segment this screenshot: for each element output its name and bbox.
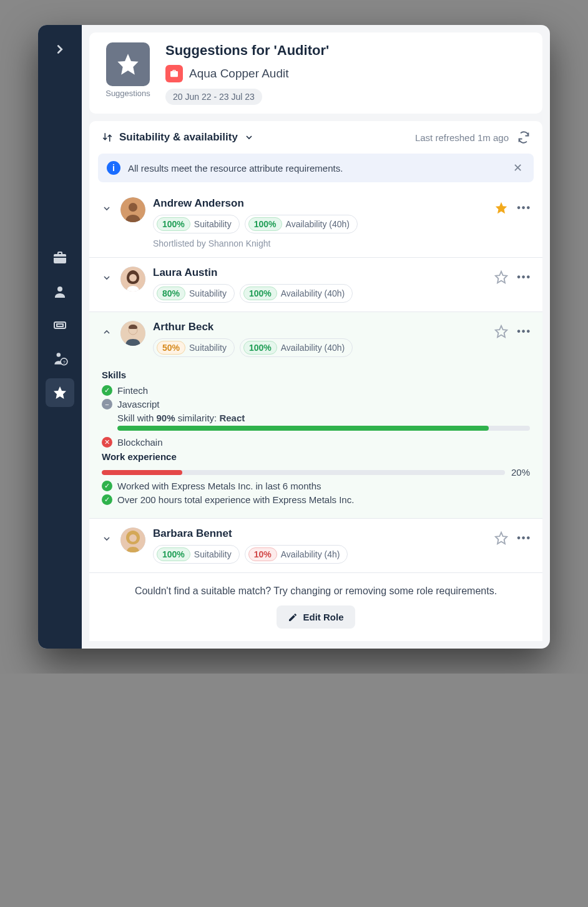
- skill-item: ✕Blockchain: [102, 437, 530, 448]
- info-text: All results meet the resource attribute …: [128, 163, 503, 174]
- expand-toggle[interactable]: [100, 321, 113, 337]
- footer: Couldn't find a suitable match? Try chan…: [89, 572, 542, 641]
- svg-point-0: [57, 287, 62, 292]
- suitability-badge: 100%Suitability: [153, 545, 240, 564]
- svg-marker-13: [496, 272, 507, 283]
- star-button[interactable]: [494, 531, 508, 545]
- svg-marker-10: [496, 202, 507, 213]
- sidebar-item-person[interactable]: [46, 277, 74, 306]
- sidebar: ?: [38, 25, 82, 649]
- sidebar-expand[interactable]: [46, 35, 74, 64]
- chevron-down-icon: [244, 132, 254, 142]
- page-title: Suggestions for 'Auditor': [165, 42, 329, 59]
- sort-label: Suitability & availability: [119, 131, 238, 144]
- footer-text: Couldn't find a suitable match? Try chan…: [102, 586, 530, 597]
- suitability-badge: 50%Suitability: [153, 338, 235, 357]
- sort-dropdown[interactable]: Suitability & availability: [102, 131, 254, 144]
- info-banner: i All results meet the resource attribut…: [98, 154, 534, 182]
- project-name: Aqua Copper Audit: [189, 67, 289, 81]
- header-card: Suggestions Suggestions for 'Auditor' Aq…: [89, 32, 542, 114]
- person-name: Laura Austin: [153, 267, 487, 279]
- person-row: Arthur Beck50%Suitability100%Availabilit…: [89, 311, 542, 518]
- skills-label: Skills: [102, 370, 530, 380]
- close-icon[interactable]: ✕: [511, 161, 525, 175]
- star-button[interactable]: [494, 201, 508, 215]
- status-icon: −: [102, 399, 112, 409]
- star-button[interactable]: [494, 325, 508, 338]
- person-name: Barbara Bennet: [153, 527, 487, 540]
- date-range: 20 Jun 22 - 23 Jul 23: [165, 89, 262, 105]
- experience-item: ✓Worked with Express Metals Inc. in last…: [102, 481, 530, 491]
- more-button[interactable]: •••: [517, 272, 531, 283]
- status-icon: ✓: [102, 481, 112, 491]
- sidebar-item-help[interactable]: ?: [46, 345, 74, 373]
- svg-point-18: [129, 534, 137, 542]
- avatar: [120, 267, 145, 292]
- availability-badge: 10%Availability (4h): [245, 545, 348, 564]
- results-card: Suitability & availability Last refreshe…: [89, 121, 542, 641]
- person-name: Andrew Anderson: [153, 197, 487, 210]
- status-icon: ✓: [102, 385, 112, 396]
- svg-rect-1: [54, 322, 66, 328]
- availability-badge: 100%Availability (40h): [245, 215, 358, 233]
- expand-toggle[interactable]: [100, 267, 113, 283]
- svg-marker-7: [117, 54, 138, 74]
- sidebar-item-briefcase[interactable]: [46, 243, 74, 272]
- svg-point-3: [57, 353, 61, 357]
- svg-marker-19: [496, 532, 507, 544]
- expand-toggle[interactable]: [100, 527, 113, 544]
- pencil-icon: [288, 612, 298, 622]
- similarity-bar: [117, 426, 530, 431]
- suitability-badge: 80%Suitability: [153, 284, 235, 303]
- avatar: [120, 527, 145, 552]
- info-icon: i: [107, 161, 120, 175]
- sidebar-item-ticket[interactable]: [46, 311, 74, 340]
- sort-icon: [102, 132, 113, 143]
- experience-bar-row: 20%: [102, 467, 530, 478]
- skill-item: −Javascript: [102, 399, 530, 409]
- star-button[interactable]: [494, 270, 508, 284]
- availability-badge: 100%Availability (40h): [240, 338, 353, 357]
- main-content: Suggestions Suggestions for 'Auditor' Aq…: [82, 25, 550, 649]
- avatar: [120, 197, 145, 222]
- more-button[interactable]: •••: [517, 532, 531, 544]
- status-icon: ✓: [102, 494, 112, 505]
- people-list: Andrew Anderson100%Suitability100%Availa…: [89, 189, 542, 572]
- experience-item: ✓Over 200 hours total experience with Ex…: [102, 494, 530, 505]
- refresh-button[interactable]: [517, 131, 530, 144]
- availability-badge: 100%Availability (40h): [240, 284, 353, 303]
- svg-rect-2: [57, 324, 63, 326]
- more-button[interactable]: •••: [517, 202, 531, 213]
- shortlisted-by: Shortlisted by Shannon Knight: [153, 238, 487, 248]
- status-icon: ✕: [102, 437, 112, 448]
- similarity-text: Skill with 90% similarity: React: [117, 413, 530, 423]
- edit-role-button[interactable]: Edit Role: [277, 605, 355, 629]
- star-icon: [106, 42, 150, 86]
- person-name: Arthur Beck: [153, 321, 487, 333]
- refreshed-label: Last refreshed 1m ago: [415, 132, 509, 143]
- avatar: [120, 321, 145, 346]
- sidebar-item-star[interactable]: [46, 378, 74, 407]
- svg-point-9: [129, 203, 137, 212]
- suitability-badge: 100%Suitability: [153, 215, 240, 233]
- svg-marker-6: [54, 386, 66, 399]
- more-button[interactable]: •••: [517, 326, 531, 337]
- edit-role-label: Edit Role: [303, 612, 343, 622]
- skill-item: ✓Fintech: [102, 385, 530, 396]
- expand-toggle[interactable]: [100, 197, 113, 213]
- person-row: Laura Austin80%Suitability100%Availabili…: [89, 257, 542, 311]
- header-icon-label: Suggestions: [105, 89, 150, 98]
- svg-text:?: ?: [62, 360, 65, 365]
- svg-point-12: [129, 274, 137, 282]
- detail-panel: Skills✓Fintech−JavascriptSkill with 90% …: [89, 370, 542, 518]
- person-row: Andrew Anderson100%Suitability100%Availa…: [89, 189, 542, 257]
- person-row: Barbara Bennet100%Suitability10%Availabi…: [89, 518, 542, 572]
- briefcase-icon: [165, 65, 183, 82]
- svg-marker-16: [496, 326, 507, 337]
- experience-label: Work experience: [102, 451, 530, 462]
